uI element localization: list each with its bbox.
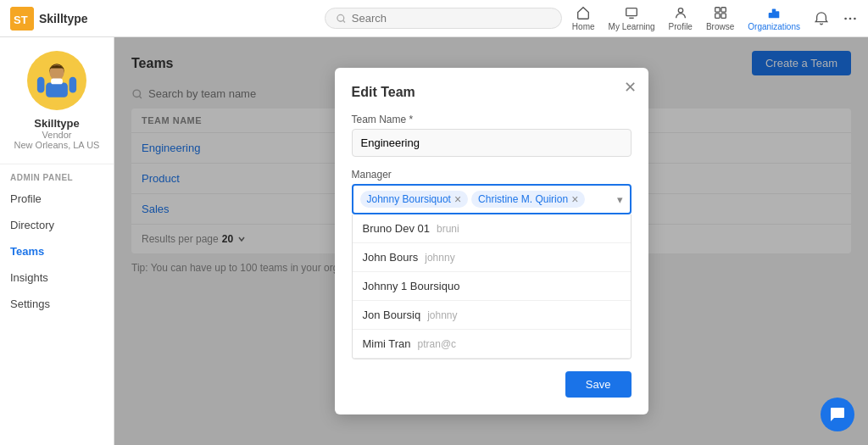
nav-home-label: Home bbox=[572, 22, 595, 31]
sidebar-item-teams[interactable]: Teams bbox=[0, 238, 114, 264]
manager-dropdown-arrow[interactable]: ▾ bbox=[617, 193, 623, 206]
sidebar-org-name: Skilltype bbox=[34, 117, 79, 130]
dropdown-name-4: Mimi Tran bbox=[363, 337, 411, 350]
nav-org-label: Organizations bbox=[748, 22, 800, 31]
team-name-label: Team Name * bbox=[352, 114, 632, 125]
svg-point-2 bbox=[337, 14, 344, 21]
modal-title: Edit Team bbox=[352, 85, 632, 100]
dropdown-item-1[interactable]: John Bours johnny bbox=[353, 243, 631, 272]
sidebar-role: Vendor bbox=[42, 130, 72, 140]
nav-notifications[interactable] bbox=[814, 11, 829, 26]
nav-browse[interactable]: Browse bbox=[706, 5, 734, 31]
svg-rect-11 bbox=[772, 9, 776, 19]
modal-close-button[interactable]: ✕ bbox=[624, 80, 637, 95]
svg-rect-7 bbox=[721, 8, 726, 12]
search-bar[interactable] bbox=[325, 8, 562, 29]
svg-rect-8 bbox=[715, 14, 719, 18]
manager-tag-0: Johnny Boursiquot × bbox=[360, 191, 469, 208]
manager-tag-name-0: Johnny Boursiquot bbox=[367, 193, 451, 205]
nav-organizations[interactable]: Organizations bbox=[748, 5, 800, 31]
admin-panel-label: ADMIN PANEL bbox=[0, 164, 114, 186]
avatar bbox=[27, 51, 86, 110]
dropdown-username-3: johnny bbox=[427, 309, 457, 321]
svg-rect-18 bbox=[46, 83, 68, 97]
nav-learning[interactable]: My Learning bbox=[609, 5, 655, 31]
dropdown-name-1: John Bours bbox=[363, 251, 419, 264]
svg-rect-4 bbox=[626, 8, 637, 16]
chat-bubble[interactable] bbox=[821, 398, 854, 431]
nav-profile[interactable]: Profile bbox=[669, 5, 693, 31]
sidebar-profile: Skilltype Vendor New Orleans, LA US bbox=[0, 37, 114, 164]
dropdown-username-0: bruni bbox=[437, 223, 459, 235]
nav-profile-label: Profile bbox=[669, 22, 693, 31]
dropdown-username-4: ptran@c bbox=[418, 338, 457, 350]
dropdown-name-2: Johnny 1 Boursiquo bbox=[363, 280, 460, 292]
svg-point-14 bbox=[849, 17, 852, 19]
sidebar-item-insights[interactable]: Insights bbox=[0, 264, 114, 291]
edit-team-modal: Edit Team ✕ Team Name * Manager Johnny B… bbox=[335, 68, 648, 414]
svg-line-3 bbox=[343, 20, 345, 22]
manager-dropdown-list: Bruno Dev 01 bruni John Bours johnny Joh… bbox=[352, 214, 632, 359]
modal-overlay: Edit Team ✕ Team Name * Manager Johnny B… bbox=[114, 37, 868, 445]
svg-point-15 bbox=[854, 17, 856, 19]
svg-rect-20 bbox=[70, 77, 77, 93]
nav-more[interactable] bbox=[843, 11, 858, 26]
logo-icon: ST bbox=[10, 7, 34, 31]
svg-rect-10 bbox=[769, 13, 773, 18]
nav-home[interactable]: Home bbox=[572, 5, 595, 31]
manager-label: Manager bbox=[352, 169, 632, 181]
top-nav: ST Skilltype Home My Learning Profile Br… bbox=[0, 0, 868, 37]
sidebar: Skilltype Vendor New Orleans, LA US ADMI… bbox=[0, 37, 114, 445]
svg-rect-22 bbox=[51, 78, 63, 84]
main-layout: Skilltype Vendor New Orleans, LA US ADMI… bbox=[0, 37, 868, 445]
dropdown-name-0: Bruno Dev 01 bbox=[363, 222, 431, 235]
dropdown-item-4[interactable]: Mimi Tran ptran@c bbox=[353, 330, 631, 359]
save-button[interactable]: Save bbox=[565, 371, 632, 398]
dropdown-username-1: johnny bbox=[425, 252, 454, 264]
nav-browse-label: Browse bbox=[706, 22, 734, 31]
sidebar-location: New Orleans, LA US bbox=[14, 140, 100, 150]
remove-manager-0[interactable]: × bbox=[454, 193, 461, 205]
app-name: Skilltype bbox=[39, 12, 88, 25]
nav-icons: Home My Learning Profile Browse Organiza… bbox=[572, 5, 858, 31]
search-icon bbox=[336, 13, 347, 25]
dropdown-item-3[interactable]: Jon Boursiq johnny bbox=[353, 301, 631, 330]
svg-point-5 bbox=[678, 8, 682, 13]
sidebar-item-directory[interactable]: Directory bbox=[0, 212, 114, 238]
svg-text:ST: ST bbox=[14, 14, 28, 26]
nav-learning-label: My Learning bbox=[609, 22, 655, 31]
svg-rect-9 bbox=[721, 14, 726, 18]
svg-rect-12 bbox=[776, 11, 780, 18]
dropdown-name-3: Jon Boursiq bbox=[363, 309, 421, 321]
remove-manager-1[interactable]: × bbox=[571, 193, 578, 205]
search-input[interactable] bbox=[352, 12, 551, 25]
svg-point-13 bbox=[844, 17, 847, 19]
manager-tag-name-1: Christine M. Quirion bbox=[478, 193, 568, 205]
content-area: Teams Create a Team TEAM NAME MANAGERS E… bbox=[114, 37, 868, 445]
svg-rect-19 bbox=[37, 77, 45, 93]
modal-footer: Save bbox=[352, 371, 632, 398]
manager-field[interactable]: Johnny Boursiquot × Christine M. Quirion… bbox=[352, 184, 632, 214]
svg-rect-6 bbox=[715, 8, 719, 12]
team-name-input[interactable] bbox=[352, 129, 632, 157]
sidebar-item-profile[interactable]: Profile bbox=[0, 186, 114, 212]
manager-tag-1: Christine M. Quirion × bbox=[471, 191, 585, 208]
dropdown-item-2[interactable]: Johnny 1 Boursiquo bbox=[353, 272, 631, 301]
sidebar-item-settings[interactable]: Settings bbox=[0, 291, 114, 317]
logo[interactable]: ST Skilltype bbox=[10, 7, 88, 31]
dropdown-item-0[interactable]: Bruno Dev 01 bruni bbox=[353, 214, 631, 243]
